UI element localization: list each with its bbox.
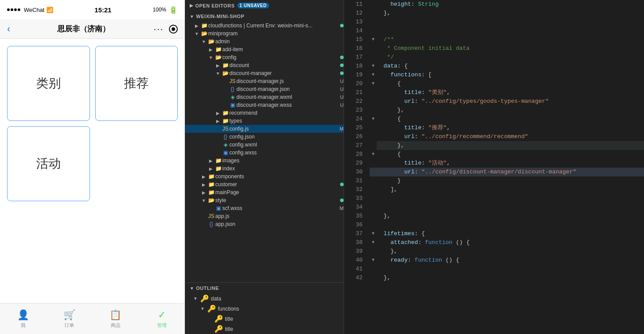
outline-header[interactable]: ▼ OUTLINE — [185, 283, 344, 293]
folder-icon: 📁 — [221, 118, 229, 124]
tree-item-appjs[interactable]: JS app.js — [185, 212, 344, 220]
tree-item-config-wxss[interactable]: ▣ config.wxss — [185, 149, 344, 157]
fold-arrow[interactable] — [370, 141, 377, 150]
more-button[interactable]: ··· — [154, 24, 164, 34]
tree-item-config-json[interactable]: {} config.json — [185, 133, 344, 141]
folder-arrow: ▶ — [193, 23, 200, 28]
tree-item-types[interactable]: ▶ 📁 types — [185, 117, 344, 125]
file-name: discount-manager — [229, 70, 338, 76]
tree-item-images[interactable]: ▶ 📁 images — [185, 157, 344, 165]
fold-arrow[interactable] — [370, 221, 377, 229]
fold-arrow[interactable] — [370, 9, 377, 18]
fold-arrow[interactable]: ▼ — [370, 150, 377, 159]
fold-arrow[interactable]: ▼ — [370, 71, 377, 79]
fold-arrow[interactable] — [370, 26, 377, 35]
menu-card-recommend[interactable]: 推荐 — [95, 46, 178, 121]
fold-arrow[interactable] — [370, 194, 377, 203]
outline-item-title-2[interactable]: 🔑 title — [185, 324, 344, 334]
fold-arrow[interactable] — [370, 88, 377, 97]
line-num: 36 — [344, 221, 363, 229]
fold-arrow[interactable] — [370, 44, 377, 53]
fold-arrow[interactable] — [370, 18, 377, 26]
wxml-icon: ◈ — [228, 94, 236, 100]
tree-item-mainpage[interactable]: ▶ 📁 mainPage — [185, 188, 344, 196]
tree-item-config-wxml[interactable]: ◈ config.wxml — [185, 141, 344, 149]
tree-item-dm-json[interactable]: {} discount-manager.json U — [185, 85, 344, 93]
fold-arrow[interactable] — [370, 106, 377, 115]
code-line-22: url: "../config/types/goods-types-manage… — [370, 97, 644, 106]
status-left: WeChat 📶 — [7, 7, 53, 13]
fold-arrow[interactable] — [370, 212, 377, 221]
tab-goods[interactable]: 📋 商品 — [93, 309, 139, 329]
open-editors-header[interactable]: ▶ OPEN EDITORS 1 UNSAVED — [185, 0, 344, 11]
tree-item-appjson[interactable]: {} app.json — [185, 220, 344, 228]
tree-item-add-item[interactable]: ▶ 📁 add-item — [185, 45, 344, 53]
tree-item-config-folder[interactable]: ▼ 📂 config — [185, 53, 344, 61]
back-button[interactable]: ‹ — [7, 23, 10, 35]
outline-item-label: data — [211, 296, 221, 302]
fold-arrow[interactable] — [370, 265, 377, 274]
record-button[interactable] — [169, 25, 178, 34]
file-name: config.wxml — [229, 142, 344, 148]
fold-arrow[interactable] — [370, 274, 377, 282]
outline-item-title-1[interactable]: 🔑 title — [185, 314, 344, 324]
code-content[interactable]: height: String }, ▼ /** * Component init… — [366, 0, 644, 334]
fold-arrow[interactable] — [370, 124, 377, 132]
tree-item-cloudfunctions[interactable]: ▶ 📁 cloudfunctions | Current Env: weixin… — [185, 22, 344, 30]
menu-card-activity[interactable]: 活动 — [7, 126, 90, 201]
code-line-26: url: "../config/recommend/recommend" — [370, 132, 644, 141]
fold-arrow[interactable] — [370, 203, 377, 212]
tree-item-recommend[interactable]: ▶ 📁 recommend — [185, 109, 344, 117]
tree-item-customer[interactable]: ▶ 📁 customer — [185, 180, 344, 188]
tree-item-discount[interactable]: ▶ 📁 discount — [185, 61, 344, 69]
tree-item-discount-manager[interactable]: ▼ 📂 discount-manager — [185, 69, 344, 77]
tree-item-admin[interactable]: ▼ 📂 admin — [185, 38, 344, 45]
tab-orders[interactable]: 🛒 订单 — [46, 309, 93, 329]
line-num: 27 — [344, 141, 363, 150]
tab-manage[interactable]: ✓ 管理 — [139, 309, 185, 329]
code-line-13 — [370, 18, 644, 26]
fold-arrow[interactable]: ▼ — [370, 115, 377, 124]
tree-item-scf-wxss[interactable]: ▣ scf.wxss M — [185, 204, 344, 212]
fold-arrow[interactable]: ▼ — [370, 238, 377, 247]
code-line-28: ▼ { — [370, 150, 644, 159]
folder-arrow: ▶ — [200, 182, 207, 187]
project-header[interactable]: ▼ WEIXIN-MINI-SHOP — [185, 11, 344, 22]
tree-item-dm-wxml[interactable]: ◈ discount-manager.wxml U — [185, 93, 344, 101]
fold-arrow[interactable]: ▼ — [370, 79, 377, 88]
tree-item-index[interactable]: ▶ 📁 index — [185, 165, 344, 173]
tree-item-components[interactable]: ▶ 📁 components — [185, 173, 344, 180]
outline-item-data[interactable]: ▼ 🔑 data — [185, 293, 344, 304]
fold-arrow[interactable] — [370, 97, 377, 106]
outline-item-functions[interactable]: ▼ 🔑 functions — [185, 304, 344, 314]
fold-arrow[interactable] — [370, 185, 377, 194]
fold-arrow[interactable]: ▼ — [370, 62, 377, 71]
phone-tab-bar: 👤 我 🛒 订单 📋 商品 ✓ 管理 — [0, 303, 185, 334]
file-name: discount-manager.wxss — [236, 102, 337, 108]
tree-item-miniprogram[interactable]: ▼ 📂 miniprogram — [185, 30, 344, 38]
fold-arrow[interactable] — [370, 247, 377, 256]
folder-icon: 📁 — [207, 189, 215, 195]
key-icon: 🔑 — [214, 325, 223, 333]
fold-arrow[interactable] — [370, 168, 377, 176]
code-line-38: ▼ attached: function () { — [370, 238, 644, 247]
line-num: 34 — [344, 203, 363, 212]
fold-arrow[interactable] — [370, 132, 377, 141]
fold-arrow[interactable] — [370, 0, 377, 9]
code-line-33 — [370, 194, 644, 203]
tab-me[interactable]: 👤 我 — [0, 309, 46, 329]
fold-arrow[interactable]: ▼ — [370, 229, 377, 238]
phone-content: 类别 推荐 活动 — [0, 39, 185, 303]
menu-card-category[interactable]: 类别 — [7, 46, 90, 121]
tree-item-dm-wxss[interactable]: ▣ discount-manager.wxss U — [185, 101, 344, 109]
tree-item-dm-js[interactable]: JS discount-manager.js U — [185, 77, 344, 85]
fold-arrow[interactable] — [370, 53, 377, 62]
line-num: 30 — [344, 168, 363, 176]
fold-arrow[interactable]: ▼ — [370, 35, 377, 44]
fold-arrow[interactable] — [370, 159, 377, 168]
tree-item-style[interactable]: ▼ 📂 style — [185, 196, 344, 204]
code-area[interactable]: 11 12 13 14 15 16 17 18 19 20 21 22 23 2… — [344, 0, 644, 334]
tree-item-config-js[interactable]: JS config.js M — [185, 125, 344, 133]
fold-arrow[interactable]: ▼ — [370, 256, 377, 265]
fold-arrow[interactable] — [370, 176, 377, 185]
